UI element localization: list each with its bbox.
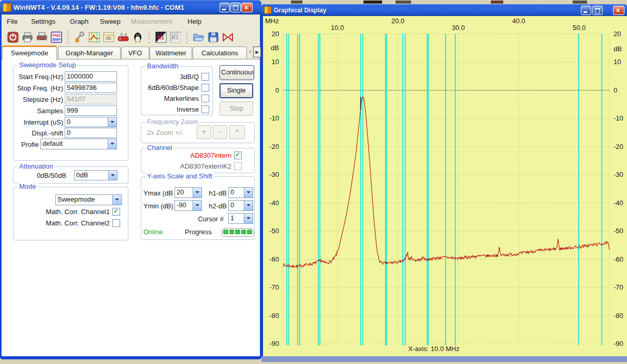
chevron-down-icon[interactable] [108,171,117,180]
cursor-label: Cursor # [186,215,224,223]
online-status: Online [143,228,174,236]
chevron-down-icon[interactable] [108,117,116,127]
menu-measurement: Measurement [126,15,177,28]
menu-help[interactable]: Help [183,15,206,28]
y-unit-label-left: dB [271,44,279,52]
power-button[interactable] [6,31,20,44]
progress-bar [221,228,254,237]
chevron-down-icon[interactable] [193,188,201,198]
attenuation-combo[interactable]: 0dB [74,170,118,180]
svg-text:PDF: PDF [37,36,47,41]
delete-curves-button[interactable] [221,31,235,44]
single-button[interactable]: Single [220,83,253,98]
bw-3db-checkbox[interactable] [201,73,209,81]
maximize-button[interactable] [230,3,241,12]
graphical-display-window: Graphical Display x MHz10.020.030.040.05… [261,4,627,362]
desktop-fragment [573,1,587,4]
menu-sweep[interactable]: Sweep [95,15,125,28]
minimize-button[interactable] [581,6,591,15]
ad8307intern-checkbox[interactable] [234,151,242,159]
graph-bottom-border [261,356,627,362]
samples-input[interactable]: 999 [65,105,117,116]
channel1-graph-button[interactable]: K1 [154,31,168,44]
graph-titlebar[interactable]: Graphical Display [261,4,627,16]
svg-text:K2: K2 [172,35,179,40]
y-unit-label-right: dB [614,45,622,53]
group-caption: Mode [18,183,38,190]
chevron-down-icon[interactable] [193,201,201,210]
bw-markerlines-label: Markerlines [143,95,199,102]
menu-file[interactable]: File [2,15,22,28]
graph-area[interactable]: MHz10.020.030.040.050.02020101000-10-10-… [263,16,627,356]
y-tick-label-left: 0 [275,86,279,94]
math-corr-ch1-checkbox[interactable] [112,208,120,216]
channel2-graph-button[interactable]: K2 [169,31,182,44]
tab-graph-manager[interactable]: Graph-Manager [58,47,121,60]
group-caption: Bandwidth [145,62,180,70]
settings-tools-button[interactable] [73,31,86,44]
db-scale-button[interactable]: dB [102,31,115,44]
print-pdf-button[interactable]: PDF [35,31,49,44]
chevron-down-icon[interactable] [108,139,116,149]
chevron-down-icon[interactable] [244,188,253,198]
tools-knife-button[interactable] [116,31,130,44]
open-file-button[interactable] [192,31,206,44]
continuous-button[interactable]: Continuous [220,65,254,80]
chevron-down-icon[interactable] [244,214,253,223]
cursor-combo[interactable]: 1 [228,213,253,224]
tab-calculations[interactable]: Calculations [193,47,247,60]
menu-settings[interactable]: Settings [26,15,60,28]
profile-combo[interactable]: default [40,139,117,149]
math-corr-ch2-checkbox[interactable] [112,219,120,227]
maximize-button[interactable] [592,6,603,15]
bw-markerlines-checkbox[interactable] [201,95,209,102]
y-tick-label-left: -70 [269,283,279,291]
bw-inverse-label: Inverse [143,105,199,113]
mode-combo[interactable]: Sweepmode [55,194,122,205]
zoom-2x-label: 2x Zoom +/- [147,129,194,136]
tab-vfo[interactable]: VFO [121,47,149,60]
y-tick-label-left: -10 [269,114,279,122]
close-button[interactable]: x [613,6,624,15]
chevron-down-icon[interactable] [112,195,121,205]
tab-sweepmode[interactable]: Sweepmode [2,46,57,60]
y-tick-label-left: -40 [269,199,279,207]
tab-wattmeter[interactable]: Wattmeter [150,47,192,60]
stop-freq-input[interactable]: 54998786 [65,83,117,93]
minimize-button[interactable] [220,3,230,12]
menu-graph[interactable]: Graph [65,15,93,28]
pdf-printer-icon: PDF [36,31,48,43]
export-image-button[interactable]: PNG BMP [50,31,63,44]
penguin-icon [132,31,144,43]
chevron-down-icon[interactable] [244,201,253,210]
close-button[interactable]: x [241,3,253,12]
print-button[interactable] [21,31,34,44]
ymax-combo[interactable]: 20 [174,187,202,198]
ymin-label: Ymin (dB) [143,202,173,210]
stepsize-input: 54107 [65,94,117,104]
h2-db-combo[interactable]: 0 [228,200,253,211]
ad8307extern-checkbox[interactable] [234,162,242,170]
interrupt-combo[interactable]: 0 [65,117,117,127]
tab-scroll-right[interactable]: ► [253,47,261,57]
linux-tux-button[interactable] [131,31,144,44]
group-caption: Frequency Zoom [145,118,199,126]
h2-db-label: h2-dB [205,202,227,210]
start-freq-input[interactable]: 1000000 [65,71,117,82]
group-caption: Y-axis Scale and Shift [145,172,214,180]
displ-shift-input[interactable]: 0 [65,128,117,138]
ymin-combo[interactable]: -90 [174,200,202,211]
bw-6db-checkbox[interactable] [201,84,209,92]
y-tick-label-left: -30 [269,171,279,178]
spectrum-plot[interactable]: MHz10.020.030.040.050.02020101000-10-10-… [263,16,627,356]
menu-bar: File Settings Graph Sweep Measurement He… [2,15,259,28]
bw-inverse-checkbox[interactable] [201,105,209,113]
y-tick-label-right: -50 [614,227,623,235]
stop-freq-label: Stop Freq. (Hz) [11,84,63,92]
h1-db-combo[interactable]: 0 [228,187,253,198]
x-tick-label: 30.0 [452,24,465,32]
y-tick-label-right: -30 [614,171,623,178]
graph-setup-button[interactable] [88,31,101,44]
save-file-button[interactable] [207,31,220,44]
y-tick-label-right: 10 [614,58,621,66]
